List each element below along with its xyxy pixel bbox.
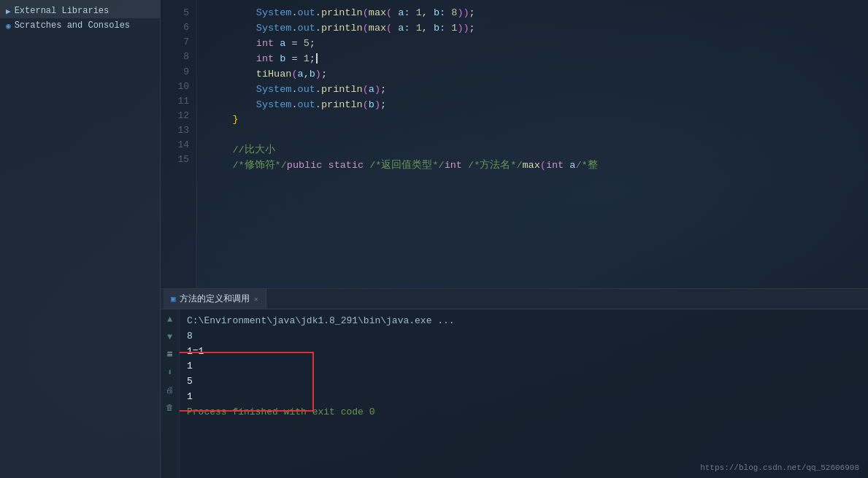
- download-button[interactable]: ⬇: [163, 365, 177, 379]
- tab-label: 方法的定义和调用: [180, 293, 250, 305]
- console-line-1eq1: 1=1: [187, 344, 861, 360]
- console-line-out5: 5: [187, 374, 861, 390]
- delete-button[interactable]: 🗑: [163, 400, 177, 415]
- scratches-icon: ◉: [6, 21, 11, 31]
- console-area: ▲ ▼ ≡ ⬇ 🖨 🗑 C:\Environment\java\jdk1.8_2…: [161, 309, 868, 478]
- line-num-14: 14: [161, 138, 196, 153]
- sidebar: ▶ External Libraries ◉ Scratches and Con…: [0, 0, 161, 478]
- line-num-15: 15: [161, 153, 196, 167]
- code-line-13: [209, 128, 868, 143]
- console-line-out1: 1: [187, 359, 861, 374]
- console-line-out1b: 1: [187, 390, 861, 405]
- line-num-5: 5: [161, 6, 196, 20]
- line-numbers: 5 6 7 8 9 10 11 12 13 14 15: [161, 0, 197, 288]
- console-side-buttons: ▲ ▼ ≡ ⬇ 🖨 🗑: [161, 309, 180, 478]
- code-line-9: tiHuan(a,b);: [209, 67, 868, 82]
- code-container: 5 6 7 8 9 10 11 12 13 14 15 System.out.p…: [161, 0, 868, 288]
- code-line-8: int b = 1;: [209, 52, 868, 67]
- code-line-14: //比大小: [209, 143, 868, 158]
- tab-close-button[interactable]: ✕: [254, 295, 258, 304]
- editor-content: 5 6 7 8 9 10 11 12 13 14 15 System.out.p…: [161, 0, 868, 288]
- code-area[interactable]: System.out.println(max( a: 1, b: 8)); Sy…: [197, 0, 868, 288]
- scroll-up-button[interactable]: ▲: [163, 312, 177, 327]
- code-line-5: System.out.println(max( a: 1, b: 8));: [209, 6, 868, 21]
- external-libs-icon: ▶: [6, 7, 11, 16]
- sidebar-item-scratches-and-consoles[interactable]: ◉ Scratches and Consoles: [0, 18, 160, 33]
- code-line-10: System.out.println(a);: [209, 82, 868, 98]
- line-num-13: 13: [161, 123, 196, 138]
- code-line-12: }: [209, 112, 868, 128]
- line-num-10: 10: [161, 80, 196, 94]
- line-num-8: 8: [161, 50, 196, 64]
- code-line-7: int a = 5;: [209, 36, 868, 52]
- scroll-down-button[interactable]: ▼: [163, 330, 177, 344]
- console-line-8: 8: [187, 329, 861, 344]
- line-num-12: 12: [161, 109, 196, 123]
- panel-tabs: ▣ 方法的定义和调用 ✕: [161, 289, 868, 309]
- print-button[interactable]: 🖨: [163, 382, 177, 397]
- bottom-panel: ▣ 方法的定义和调用 ✕ ▲ ▼ ≡ ⬇ 🖨 🗑 C:\Env: [161, 288, 868, 478]
- format-button[interactable]: ≡: [163, 347, 177, 362]
- external-libraries-label: External Libraries: [15, 6, 110, 16]
- sidebar-item-external-libraries[interactable]: ▶ External Libraries: [0, 0, 160, 18]
- console-icon: ▣: [171, 294, 176, 304]
- line-num-9: 9: [161, 65, 196, 80]
- code-line-6: System.out.println(max( a: 1, b: 1));: [209, 21, 868, 36]
- scratches-and-consoles-label: Scratches and Consoles: [15, 20, 130, 31]
- watermark: https://blog.csdn.net/qq_52606908: [700, 463, 859, 472]
- code-line-15: /*修饰符*/public static /*返回值类型*/int /*方法名*…: [209, 158, 868, 174]
- console-line-process: Process finished with exit code 0: [187, 405, 861, 420]
- line-num-6: 6: [161, 20, 196, 35]
- code-line-11: System.out.println(b);: [209, 98, 868, 113]
- editor-area: 5 6 7 8 9 10 11 12 13 14 15 System.out.p…: [161, 0, 868, 478]
- line-num-7: 7: [161, 35, 196, 50]
- console-output[interactable]: C:\Environment\java\jdk1.8_291\bin\java.…: [180, 309, 868, 478]
- console-line-path: C:\Environment\java\jdk1.8_291\bin\java.…: [187, 314, 861, 329]
- tab-fangfa[interactable]: ▣ 方法的定义和调用 ✕: [164, 289, 266, 309]
- line-num-11: 11: [161, 94, 196, 109]
